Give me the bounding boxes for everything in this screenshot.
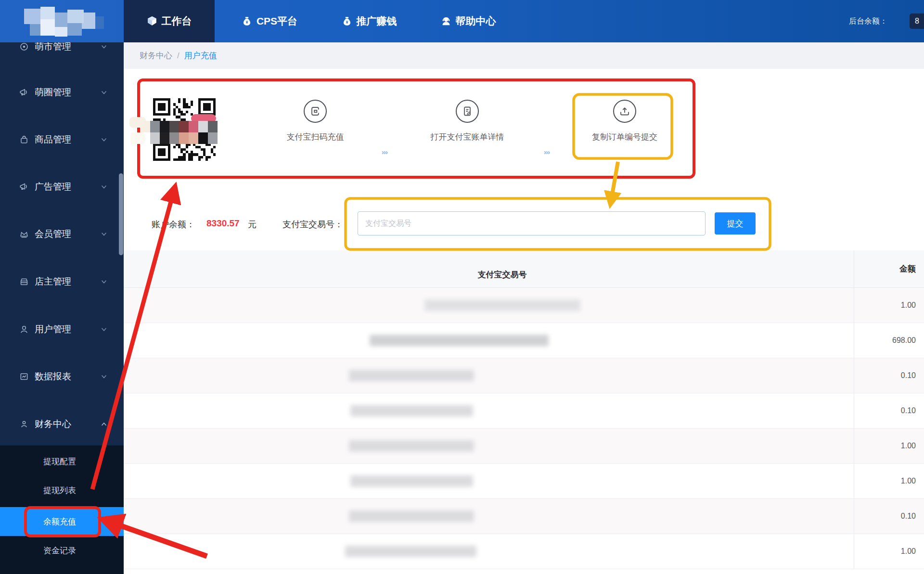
crown-icon — [19, 229, 29, 239]
redacted-tx-id — [349, 370, 474, 381]
tab-help-center[interactable]: 帮助中心 — [427, 0, 509, 42]
breadcrumb-separator: / — [177, 51, 180, 61]
amount-cell: 1.00 — [854, 288, 924, 323]
support-person-icon — [441, 16, 451, 26]
main-content: 财务中心 / 用户充值 支付宝扫码充值 ››› — [124, 42, 924, 574]
chevron-down-icon — [101, 43, 107, 50]
amount-cell: 1.00 — [854, 464, 924, 498]
report-chart-icon — [19, 372, 29, 381]
step-open-bill: 打开支付宝账单详情 — [410, 100, 525, 143]
chevron-down-icon — [101, 89, 107, 96]
finance-submenu: 提现配置 提现列表 余额充值 资金记录 — [0, 445, 124, 574]
sidebar-item-members[interactable]: 会员管理 — [0, 223, 124, 245]
bag-icon — [19, 135, 29, 144]
tab-label: 帮助中心 — [456, 14, 496, 28]
chevron-down-icon — [101, 278, 107, 285]
submit-button[interactable]: 提交 — [715, 212, 756, 235]
alipay-tx-input[interactable] — [358, 211, 706, 235]
redacted-tx-id — [350, 405, 473, 417]
dot-circle-icon — [19, 42, 29, 52]
svg-text:¥: ¥ — [346, 20, 348, 25]
sidebar-item-meng-circle[interactable]: 萌圈管理 — [0, 82, 124, 103]
sidebar-item-meng-market[interactable]: 萌市管理 — [0, 42, 124, 57]
step-arrow-icon: ››› — [382, 148, 387, 156]
recharge-form-panel: 账户余额： 8330.57 元 支付宝交易号： 提交 支付宝交易号 金额 1.0… — [124, 201, 924, 574]
tab-promotion-earn[interactable]: ¥ 推广赚钱 — [328, 0, 410, 42]
amount-cell: 1.00 — [854, 534, 924, 569]
table-row: 0.10 — [124, 393, 924, 429]
table-row: 1.00 — [124, 534, 924, 569]
upload-icon — [613, 100, 636, 123]
breadcrumb: 财务中心 / 用户充值 — [140, 42, 217, 69]
table-header-tx: 支付宝交易号 — [137, 269, 867, 280]
cube-icon — [147, 16, 157, 26]
recharge-form-row: 账户余额： 8330.57 元 支付宝交易号： 提交 — [124, 201, 924, 250]
account-balance-label: 账户余额： — [152, 219, 195, 230]
bill-icon — [456, 100, 479, 123]
amount-cell: 1.00 — [854, 429, 924, 463]
qr-redaction-blob — [130, 132, 145, 144]
chevron-down-icon — [101, 326, 107, 333]
top-navbar: 工作台 ¥ CPS平台 ¥ 推广赚钱 帮助中心 后台余额： 8 — [0, 0, 924, 42]
tab-cps-platform[interactable]: ¥ CPS平台 — [226, 0, 313, 42]
table-row: 1.00 — [124, 429, 924, 464]
amount-cell: 0.10 — [854, 358, 924, 393]
account-balance-unit: 元 — [248, 219, 257, 230]
megaphone-icon — [19, 182, 29, 192]
table-row: 0.10 — [124, 499, 924, 534]
chevron-down-icon — [101, 136, 107, 143]
finance-person-icon — [19, 419, 29, 429]
alipay-tx-label: 支付宝交易号： — [282, 219, 343, 230]
person-icon — [19, 325, 29, 334]
step-label: 支付宝扫码充值 — [287, 131, 344, 143]
sidebar-item-shop-owners[interactable]: 店主管理 — [0, 271, 124, 292]
money-bag-icon: ¥ — [342, 16, 352, 26]
scan-icon — [304, 100, 327, 123]
app-logo — [0, 0, 124, 42]
table-row: 698.00 — [124, 323, 924, 358]
storefront-icon — [19, 277, 29, 287]
table-row: 1.00 — [124, 288, 924, 323]
submenu-withdraw-config[interactable]: 提现配置 — [0, 450, 124, 473]
step-label: 打开支付宝账单详情 — [431, 131, 504, 143]
sidebar-item-finance-center[interactable]: 财务中心 — [0, 414, 124, 435]
redacted-tx-id — [350, 475, 473, 487]
step-label: 复制订单编号提交 — [592, 131, 657, 143]
tab-label: 工作台 — [162, 14, 192, 28]
tab-workbench[interactable]: 工作台 — [124, 0, 215, 42]
amount-cell: 0.10 — [854, 393, 924, 428]
sidebar-item-ads[interactable]: 广告管理 — [0, 176, 124, 197]
sidebar-item-products[interactable]: 商品管理 — [0, 129, 124, 150]
sidebar-item-users[interactable]: 用户管理 — [0, 319, 124, 340]
tab-label: CPS平台 — [257, 14, 297, 28]
qr-redaction-blob — [129, 117, 146, 128]
backend-balance-value: 8 — [910, 13, 924, 29]
amount-cell: 0.10 — [854, 499, 924, 534]
account-balance-value: 8330.57 — [206, 218, 240, 229]
step-arrow-icon: ››› — [544, 148, 550, 156]
step-submit-order-no: 复制订单编号提交 — [567, 100, 682, 143]
breadcrumb-current[interactable]: 用户充值 — [184, 50, 217, 61]
chevron-down-icon — [101, 183, 107, 190]
chevron-down-icon — [101, 231, 107, 237]
submenu-balance-recharge[interactable]: 余额充值 — [0, 507, 124, 536]
backend-balance-label: 后台余额： — [849, 16, 887, 26]
tab-label: 推广赚钱 — [357, 14, 397, 28]
chevron-down-icon — [101, 373, 107, 380]
amount-cell: 698.00 — [854, 323, 924, 358]
redacted-tx-id — [424, 300, 580, 311]
redacted-tx-id — [349, 510, 474, 522]
breadcrumb-parent[interactable]: 财务中心 — [140, 50, 172, 61]
submenu-withdraw-list[interactable]: 提现列表 — [0, 479, 124, 502]
submenu-fund-records[interactable]: 资金记录 — [0, 539, 124, 562]
megaphone-icon — [19, 88, 29, 97]
sidebar-item-reports[interactable]: 数据报表 — [0, 366, 124, 387]
step-scan-qr: 支付宝扫码充值 — [257, 100, 373, 143]
table-header-row: 支付宝交易号 金额 — [124, 250, 924, 288]
money-bag-icon: ¥ — [242, 16, 252, 26]
recharge-history-table: 支付宝交易号 金额 1.00 698.00 0.10 0.10 1.00 — [124, 250, 924, 569]
sidebar-scrollbar-thumb[interactable] — [119, 173, 123, 255]
svg-text:¥: ¥ — [246, 20, 248, 25]
backend-balance: 后台余额： — [849, 0, 887, 42]
redacted-tx-id — [349, 440, 474, 452]
